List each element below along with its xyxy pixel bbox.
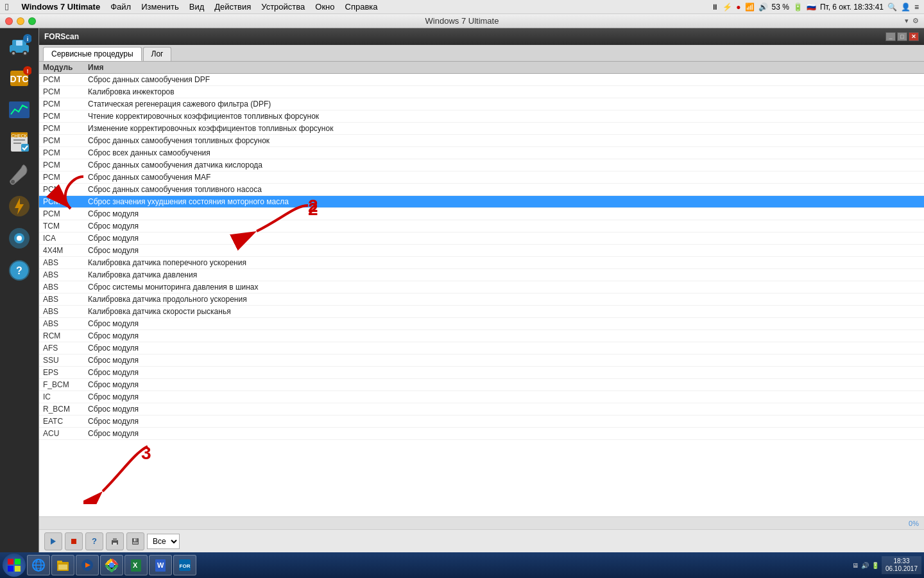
table-row[interactable]: ICСброс модуля [39,391,924,403]
taskbar-ie[interactable] [27,555,50,575]
table-row[interactable]: ICAСброс модуля [39,232,924,245]
sidebar-icon-car[interactable]: i [4,31,34,60]
bottom-toolbar: ? [39,529,924,552]
table-row[interactable]: EPSСброс модуля [39,367,924,379]
table-row[interactable]: SSUСброс модуля [39,355,924,367]
search-icon[interactable]: 🔍 [887,3,897,12]
sidebar-icon-wrench[interactable] [4,159,34,189]
menubar-right: ⏸ ⚡ ● 📶 🔊 53 % 🔋 🇷🇺 Пт, 6 окт. 18:33:41 … [711,3,919,12]
menu-view[interactable]: Вид [189,2,205,12]
start-button[interactable] [3,554,26,577]
taskbar-explorer[interactable] [51,555,74,575]
table-row[interactable]: PCMСтатическая регенерация сажевого филь… [39,98,924,110]
table-row[interactable]: ABSСброс модуля [39,318,924,330]
minimize-button[interactable] [17,17,24,25]
save-button[interactable] [126,532,144,550]
cell-name: Сброс модуля [88,319,920,328]
apple-icon[interactable]:  [5,1,8,12]
svg-text:CHECK: CHECK [12,134,28,138]
table-row[interactable]: PCMСброс модуля [39,208,924,220]
table-row[interactable]: PCMКалибровка инжекторов [39,86,924,98]
menu-devices[interactable]: Устройства [261,2,305,12]
app-name-menu[interactable]: Windows 7 Ultimate [21,2,100,12]
menu-window[interactable]: Окно [315,2,334,12]
table-row[interactable]: TCMСброс модуля [39,220,924,232]
table-row[interactable]: PCMСброс данных самообучения топливного … [39,184,924,196]
svg-rect-40 [15,559,21,565]
close-button[interactable] [5,17,13,25]
table-row[interactable]: R_BCMСброс модуля [39,403,924,416]
svg-point-26 [17,236,22,241]
menu-help[interactable]: Справка [345,2,378,12]
chevron-down-icon[interactable]: ▾ [905,17,909,25]
tab-log[interactable]: Лог [143,47,172,61]
taskbar-time[interactable]: 18:33 06.10.2017 [882,556,921,574]
table-row[interactable]: ABSКалибровка датчика давления [39,269,924,281]
menu-file[interactable]: Файл [110,2,131,12]
stop-button[interactable] [65,532,83,550]
table-row[interactable]: PCMЧтение корректировочных коэффициентов… [39,110,924,123]
sidebar-icon-graph[interactable] [4,95,34,125]
cell-module: PCM [43,148,88,157]
taskbar-forscan[interactable]: FOR [173,555,196,575]
cell-module: PCM [43,209,88,218]
table-row[interactable]: PCMСброс данных самообучения топливных ф… [39,135,924,147]
table-row[interactable]: EATCСброс модуля [39,416,924,428]
table-row[interactable]: 4X4MСброс модуля [39,245,924,257]
sidebar-icon-gear-circle[interactable] [4,223,34,253]
gear-icon[interactable]: ⚙ [912,17,919,25]
user-icon[interactable]: 👤 [901,3,911,12]
cell-module: ICA [43,234,88,243]
sidebar-icon-dtc[interactable]: DTC ! [4,63,34,92]
table-row[interactable]: RCMСброс модуля [39,330,924,342]
tab-service-procedures[interactable]: Сервисные процедуры [43,47,142,61]
forscan-close[interactable]: ✕ [909,32,919,41]
run-button[interactable] [44,532,62,550]
help-button[interactable]: ? [85,532,103,550]
filter-select[interactable]: Все [147,534,180,549]
forscan-titlebar: FORScan _ □ ✕ [39,28,924,45]
menu-actions[interactable]: Действия [214,2,251,12]
taskbar-media[interactable] [76,555,99,575]
list-icon[interactable]: ≡ [914,3,919,12]
sidebar: i DTC ! [0,28,38,552]
svg-text:X: X [133,561,138,569]
sidebar-icon-question-circle[interactable]: ? [4,256,34,285]
maximize-button[interactable] [28,17,36,25]
sidebar-icon-lightning[interactable] [4,191,34,221]
table-row[interactable]: ABSСброс системы мониторинга давления в … [39,281,924,293]
table-area[interactable]: PCMСброс данных самообучения DPFPCMКалиб… [39,74,924,516]
table-row[interactable]: PCMСброс всех данных самообучения [39,147,924,159]
table-row[interactable]: F_BCMСброс модуля [39,379,924,391]
volume-icon: 🔊 [758,3,768,12]
mac-menubar:  Windows 7 Ultimate Файл Изменить Вид Д… [0,0,924,14]
menu-edit[interactable]: Изменить [141,2,179,12]
table-row[interactable]: ABSКалибровка датчика поперечного ускоре… [39,257,924,269]
svg-rect-42 [15,566,21,572]
taskbar-chrome[interactable] [100,555,123,575]
cell-module: AFS [43,344,88,353]
cell-name: Калибровка датчика скорости рысканья [88,307,920,316]
taskbar-word[interactable]: W [149,555,172,575]
cell-name: Сброс модуля [88,356,920,365]
forscan-title: FORScan [44,32,886,41]
forscan-maximize[interactable]: □ [897,32,907,41]
taskbar-time-text: 18:33 [893,557,909,565]
cell-name: Калибровка датчика продольного ускорения [88,295,920,304]
taskbar-excel[interactable]: X [124,555,148,575]
table-row[interactable]: ABSКалибровка датчика продольного ускоре… [39,293,924,306]
table-row[interactable]: PCMИзменение корректировочных коэффициен… [39,123,924,135]
sidebar-icon-checklist[interactable]: CHECK [4,127,34,157]
table-row[interactable]: ACUСброс модуля [39,428,924,440]
svg-point-21 [11,180,15,184]
table-row[interactable]: PCMСброс данных самообучения MAF [39,171,924,184]
svg-rect-6 [16,40,22,46]
table-row[interactable]: PCMСброс значения ухудшения состояния мо… [39,196,924,208]
table-row[interactable]: PCMСброс данных самообучения датчика кис… [39,159,924,171]
cell-module: SSU [43,356,88,365]
forscan-minimize[interactable]: _ [886,32,896,41]
table-row[interactable]: PCMСброс данных самообучения DPF [39,74,924,86]
print-button[interactable] [106,532,124,550]
table-row[interactable]: ABSКалибровка датчика скорости рысканья [39,306,924,318]
table-row[interactable]: AFSСброс модуля [39,342,924,355]
